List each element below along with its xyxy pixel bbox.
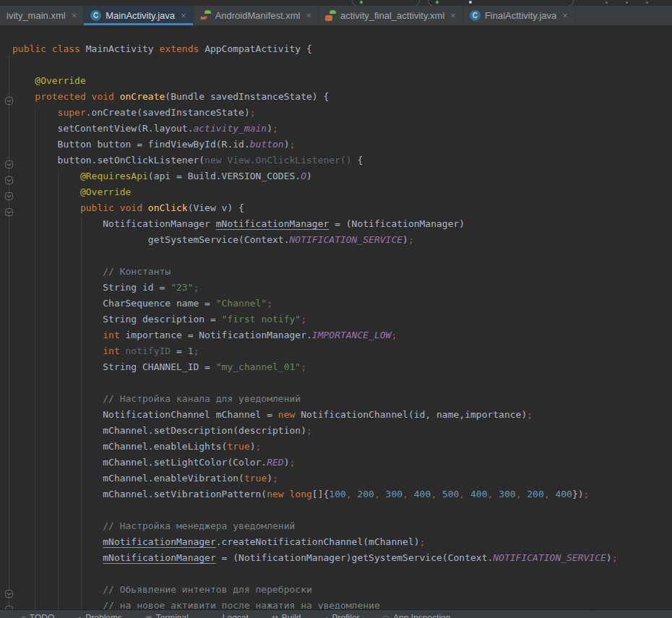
tab-close-icon[interactable]: × [72,10,77,21]
code-line: int notifyID = 1; [12,343,672,359]
tool-window-label: Problems [85,613,122,618]
code-line: @RequiresApi(api = Build.VERSION_CODES.O… [12,168,672,184]
tool-window-button-problems[interactable]: ●Problems [77,613,122,618]
toolbar-icon[interactable] [606,1,608,4]
code-line: public void onClick(View v) { [12,200,672,216]
code-line: @Override [12,73,672,89]
tab-activity-final-acttivity-xml[interactable]: activity_final_acttivity.xml× [319,6,463,25]
android-icon [329,10,336,14]
tool-window-label: Profiler [332,613,360,618]
android-manifest-icon: MF [200,10,211,21]
tool-window-button-profiler[interactable]: ◔Profiler [324,613,360,618]
tab-label: AndroidManifest.xml [215,10,301,21]
tool-window-label: App Inspection [393,613,450,618]
layout-xml-icon [325,10,336,21]
tab-label: ivity_main.xml [7,10,66,21]
main-toolbar-strip [0,0,672,6]
tab-label: FinalActtivity.java [485,10,556,21]
tool-window-button-terminal[interactable]: ▣Terminal [145,613,189,618]
tool-window-button-todo[interactable]: ≡TODO [22,613,54,618]
run-icon[interactable] [360,1,363,4]
tab-label: MainActivity.java [105,10,175,21]
fold-marker-icon[interactable] [5,604,13,609]
code-line: CharSequence name = "Channel"; [12,296,672,312]
code-line: int importance = NotificationManager.IMP… [12,327,672,343]
code-line: mNotificationManager = (NotificationMana… [12,550,672,566]
code-line [12,502,672,518]
fold-marker-icon[interactable] [5,95,13,103]
code-line: NotificationChannel mChannel = new Notif… [12,407,672,423]
tab-mainactivity-java[interactable]: CMainActivity.java× [84,6,193,25]
tab-close-icon[interactable]: × [306,10,311,21]
code-line: String id = "23"; [12,280,672,296]
editor-tab-bar: ivity_main.xml×CMainActivity.java×MFAndr… [0,6,672,26]
code-line: public class MainActivity extends AppCom… [12,41,672,57]
code-line: String description = "first notify"; [12,312,672,327]
build-icon: ⚒ [272,614,278,618]
problems-icon: ● [77,614,82,618]
tab-ivity-main-xml[interactable]: ivity_main.xml× [0,6,84,25]
tool-window-button-build[interactable]: ⚒Build [272,613,301,618]
todo-icon: ≡ [22,614,26,618]
code-line: getSystemService(Context.NOTIFICATION_SE… [12,232,672,248]
toolbar-icon[interactable] [646,1,648,4]
fold-marker-icon[interactable] [5,158,13,166]
run-actions-widget[interactable] [428,0,574,6]
code-line [12,566,672,582]
code-line: Button button = findViewById(R.id.button… [12,137,672,153]
tab-close-icon[interactable]: × [450,10,456,21]
code-line: // Константы [12,264,672,280]
code-line: protected void onCreate(Bundle savedInst… [12,89,672,105]
code-line: button.setOnClickListener(new View.OnCli… [12,153,672,168]
fold-marker-icon[interactable] [5,174,13,182]
tab-androidmanifest-xml[interactable]: MFAndroidManifest.xml× [194,6,319,25]
code-line: String CHANNEL_ID = "my_channel_01"; [12,359,672,375]
logcat-icon: ▬ [212,614,219,618]
fold-marker-icon[interactable] [5,588,13,596]
tool-window-items: ≡TODO●Problems▣Terminal▬Logcat⚒Build◔Pro… [0,610,672,618]
code-line: mChannel.setLightColor(Color.RED); [12,455,672,471]
tab-label: activity_final_acttivity.xml [340,10,444,21]
code-line: mChannel.setVibrationPattern(new long[]{… [12,486,672,502]
fold-marker-icon[interactable] [5,190,13,198]
tab-close-icon[interactable]: × [181,10,186,21]
code-line: @Override [12,184,672,200]
code-line: NotificationManager mNotificationManager… [12,216,672,232]
tab-close-icon[interactable]: × [562,10,568,21]
fold-marker-icon[interactable] [5,206,13,214]
tab-finalacttivity-java[interactable]: CFinalActtivity.java× [463,6,575,25]
code-editor[interactable]: public class MainActivity extends AppCom… [0,26,672,609]
java-class-icon: C [470,10,481,21]
code-line: mChannel.setDescription(description); [12,423,672,439]
debug-icon[interactable] [436,1,439,4]
code-line [12,248,672,264]
toolbar-icon[interactable] [469,1,472,4]
tool-window-button-app-inspection[interactable]: ▢App Inspection [383,613,451,618]
code-line: mChannel.enableVibration(true); [12,471,672,486]
tool-window-bar: ≡TODO●Problems▣Terminal▬Logcat⚒Build◔Pro… [0,609,672,618]
tool-window-button-logcat[interactable]: ▬Logcat [212,613,249,618]
tool-window-label: TODO [30,613,54,618]
code-line: // Настройка канала для уведомлений [12,391,672,407]
code-line: // на новое активити после нажатия на ув… [12,598,672,609]
tool-window-label: Logcat [223,613,249,618]
code-area[interactable]: public class MainActivity extends AppCom… [0,26,672,609]
tool-window-label: Build [282,613,301,618]
code-line: super.onCreate(savedInstanceState); [12,105,672,121]
ide-window: ivity_main.xml×CMainActivity.java×MFAndr… [0,0,672,618]
java-class-icon: C [90,10,101,21]
profiler-icon: ◔ [324,614,329,618]
code-line: mChannel.enableLights(true); [12,439,672,455]
code-line: setContentView(R.layout.activity_main); [12,121,672,137]
code-line [12,57,672,73]
code-line: mNotificationManager.createNotificationC… [12,534,672,550]
layout-badge [325,15,332,21]
tool-window-label: Terminal [155,613,188,618]
toolbar-icon[interactable] [626,1,628,4]
manifest-mf-badge: MF [200,15,208,21]
terminal-icon: ▣ [145,614,152,618]
code-line [12,375,672,391]
android-icon [204,10,211,14]
code-line: // Обьявление интентов для переброски [12,582,672,598]
code-line: // Настройка менеджера уведомлений [12,518,672,534]
